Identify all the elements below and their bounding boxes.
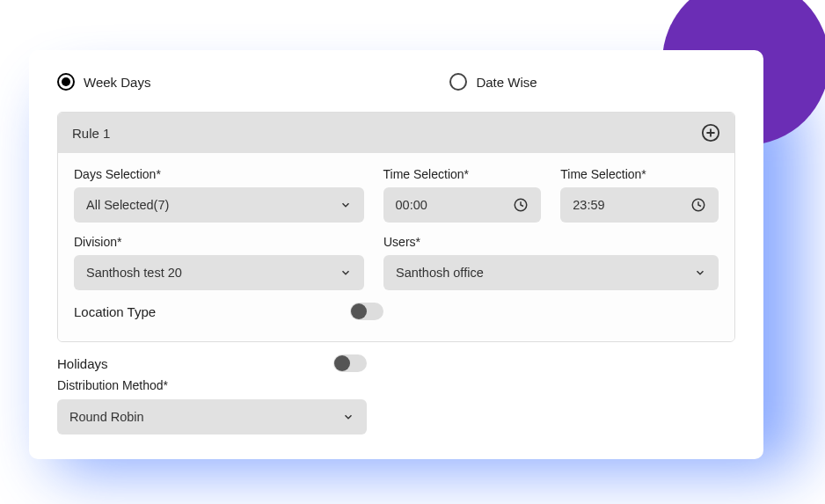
rule-body: Days Selection* All Selected(7) Time Sel… (58, 153, 734, 341)
holidays-toggle[interactable] (333, 354, 367, 372)
radio-selected-icon (57, 73, 75, 91)
location-type-toggle[interactable] (350, 303, 383, 320)
division-select[interactable]: Santhosh test 20 (74, 255, 364, 290)
radio-week-days-label: Week Days (84, 75, 150, 90)
chevron-down-icon (339, 199, 352, 211)
division-field: Division* Santhosh test 20 (74, 235, 364, 290)
time-start-label: Time Selection* (383, 167, 542, 181)
clock-icon (690, 197, 706, 213)
chevron-down-icon (339, 267, 352, 279)
time-end-field: Time Selection* 23:59 (560, 167, 719, 223)
time-start-input[interactable]: 00:00 (383, 187, 542, 223)
days-selection-field: Days Selection* All Selected(7) (74, 167, 364, 223)
radio-date-wise-label: Date Wise (476, 75, 537, 90)
holidays-label: Holidays (57, 356, 108, 371)
clock-icon (513, 197, 529, 213)
time-end-label: Time Selection* (560, 167, 719, 181)
holidays-row: Holidays (57, 354, 367, 372)
distribution-select[interactable]: Round Robin (57, 399, 367, 435)
time-start-value: 00:00 (396, 198, 427, 212)
distribution-label: Distribution Method* (57, 378, 168, 392)
toggle-knob (334, 355, 350, 371)
radio-week-days[interactable]: Week Days (57, 73, 150, 91)
days-selection-value: All Selected(7) (86, 198, 169, 212)
time-end-input[interactable]: 23:59 (560, 187, 719, 223)
users-value: Santhosh office (396, 266, 484, 280)
radio-unselected-icon (449, 73, 467, 91)
chevron-down-icon (342, 411, 354, 423)
mode-radio-group: Week Days Date Wise (57, 73, 735, 91)
toggle-knob (351, 303, 367, 319)
distribution-field: Distribution Method* Round Robin (57, 377, 367, 435)
days-selection-select[interactable]: All Selected(7) (74, 187, 364, 223)
radio-date-wise[interactable]: Date Wise (449, 73, 537, 91)
days-selection-label: Days Selection* (74, 167, 364, 181)
time-start-field: Time Selection* 00:00 (383, 167, 542, 223)
time-end-value: 23:59 (573, 198, 604, 212)
rule-title: Rule 1 (72, 126, 110, 141)
users-label: Users* (383, 235, 719, 249)
add-rule-button[interactable] (701, 123, 720, 142)
rule-container: Rule 1 Days Selection* All Selected(7) (57, 112, 735, 342)
users-select[interactable]: Santhosh office (383, 255, 719, 290)
location-type-label: Location Type (74, 304, 156, 319)
distribution-value: Round Robin (69, 410, 144, 424)
chevron-down-icon (694, 267, 706, 279)
rule-header: Rule 1 (58, 113, 734, 153)
settings-card: Week Days Date Wise Rule 1 Days Selectio… (29, 50, 763, 459)
division-label: Division* (74, 235, 364, 249)
location-type-row: Location Type (74, 303, 383, 320)
plus-circle-icon (701, 123, 720, 142)
users-field: Users* Santhosh office (383, 235, 719, 290)
division-value: Santhosh test 20 (86, 266, 182, 280)
